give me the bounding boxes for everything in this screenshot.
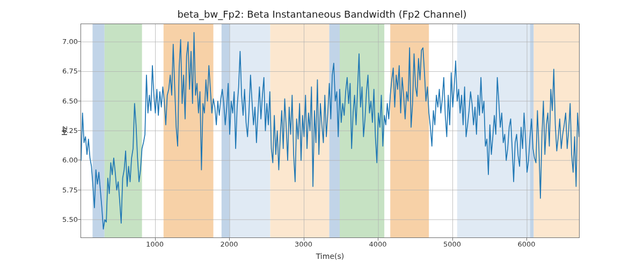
x-tick-mark — [304, 238, 304, 241]
y-tick-mark — [78, 160, 80, 160]
y-axis-ticks: 5.505.756.006.256.506.757.00 — [0, 24, 78, 238]
x-axis-label: Time(s) — [80, 252, 580, 260]
y-tick-mark — [78, 219, 80, 220]
x-tick-mark — [229, 238, 230, 241]
x-axis-ticks: 100020003000400050006000 — [80, 240, 580, 251]
x-tick-mark — [452, 238, 453, 241]
y-tick-mark — [78, 101, 80, 101]
x-tick-label: 5000 — [443, 240, 461, 248]
x-tick-label: 4000 — [369, 240, 386, 248]
x-tick-mark — [378, 238, 378, 241]
x-tick-label: 6000 — [517, 240, 535, 248]
figure: beta_bw_Fp2: Beta Instantaneous Bandwidt… — [0, 0, 644, 268]
y-tick-mark — [78, 41, 80, 42]
plot-svg — [81, 24, 579, 237]
y-tick-mark — [78, 190, 80, 190]
y-tick-label: 6.50 — [3, 96, 78, 105]
chart-title: beta_bw_Fp2: Beta Instantaneous Bandwidt… — [0, 9, 644, 20]
y-tick-label: 6.25 — [3, 126, 78, 135]
y-tick-label: 5.75 — [3, 185, 78, 193]
plot-area — [80, 24, 580, 238]
x-tick-mark — [526, 238, 527, 241]
x-tick-label: 3000 — [295, 240, 312, 248]
y-tick-mark — [78, 130, 80, 131]
y-tick-mark — [78, 71, 80, 71]
y-tick-label: 5.50 — [3, 215, 78, 223]
x-tick-label: 2000 — [220, 240, 238, 248]
x-tick-label: 1000 — [146, 240, 164, 248]
x-tick-mark — [155, 238, 156, 241]
y-tick-label: 7.00 — [3, 38, 78, 46]
y-tick-label: 6.00 — [3, 156, 78, 164]
y-tick-label: 6.75 — [3, 67, 78, 75]
